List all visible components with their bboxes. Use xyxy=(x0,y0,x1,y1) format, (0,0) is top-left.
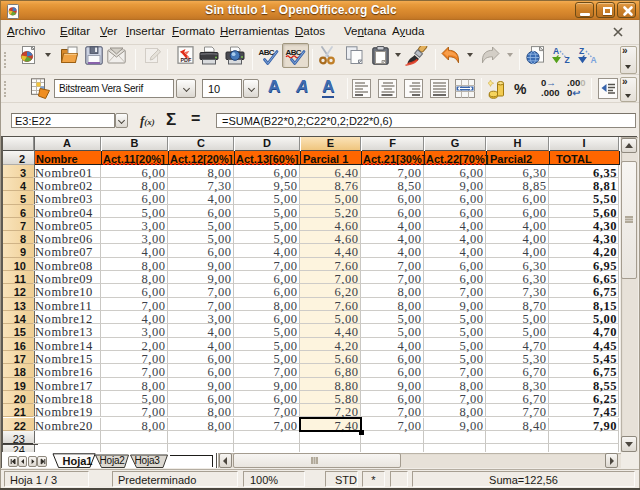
svg-text:Hoja1: Hoja1 xyxy=(63,455,93,467)
svg-text:Hoja3: Hoja3 xyxy=(135,455,161,466)
svg-text:A: A xyxy=(553,46,559,56)
svg-text:Z: Z xyxy=(579,46,584,56)
svg-text:PDF: PDF xyxy=(180,57,192,63)
svg-text:Hoja2: Hoja2 xyxy=(100,455,126,466)
